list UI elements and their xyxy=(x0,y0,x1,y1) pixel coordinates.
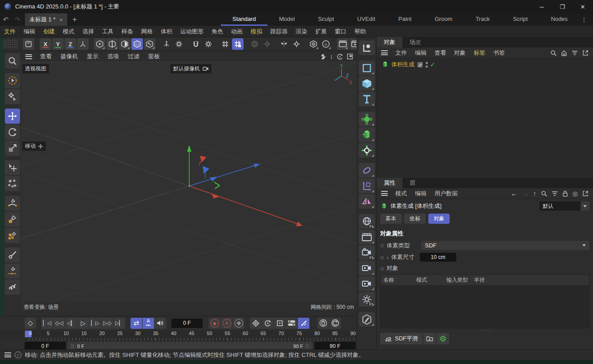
menu-volume[interactable]: 体积 xyxy=(157,28,176,36)
am-search-icon[interactable] xyxy=(541,190,547,197)
quantize-grid-icon[interactable] xyxy=(219,38,231,50)
om-menu-file[interactable]: 文件 xyxy=(391,49,411,57)
points-move-tool-icon[interactable] xyxy=(5,176,20,191)
redo-icon[interactable]: ↷ xyxy=(12,16,23,24)
layout-tab-nodes[interactable]: Nodes xyxy=(539,13,579,26)
axis-lock-z-button[interactable]: Z xyxy=(65,38,76,50)
symmetry-object-button[interactable] xyxy=(359,194,375,209)
loop-playback-icon[interactable]: ⇄ xyxy=(130,318,142,329)
menu-simulate[interactable]: 模拟 xyxy=(247,28,266,36)
auto-mode-icon[interactable]: A xyxy=(320,38,332,50)
menu-render[interactable]: 渲染 xyxy=(292,28,311,36)
motion-camera-button[interactable] xyxy=(359,261,375,275)
layout-tab-groom[interactable]: Groom xyxy=(423,13,464,26)
next-frame-icon[interactable]: ▏▷ xyxy=(89,318,101,329)
layout-tab-model[interactable]: Model xyxy=(268,13,306,26)
om-popout-icon[interactable] xyxy=(582,50,589,56)
menu-tracker[interactable]: 跟踪器 xyxy=(266,28,292,36)
om-home-icon[interactable] xyxy=(561,50,567,56)
voxel-type-dropdown[interactable]: SDF xyxy=(421,241,589,250)
zoom-tool-icon[interactable] xyxy=(5,53,20,69)
quantize-lock-grid-icon[interactable] xyxy=(232,38,244,50)
menu-help[interactable]: 帮助 xyxy=(350,28,370,36)
vp-menu-display[interactable]: 显示 xyxy=(82,53,103,61)
section-tab-coordinates[interactable]: 坐标 xyxy=(404,214,426,224)
generator-button[interactable] xyxy=(359,143,375,158)
key-diamond-icon[interactable]: ◇ xyxy=(380,266,384,271)
nav-back-icon[interactable]: ← xyxy=(511,190,517,197)
field-object-button[interactable] xyxy=(359,112,375,126)
col-radius[interactable]: 半径 xyxy=(474,276,485,284)
scale-tool-icon[interactable] xyxy=(5,141,20,156)
om-search-icon[interactable] xyxy=(550,50,556,56)
menu-animate[interactable]: 动画 xyxy=(227,28,247,36)
menu-edit[interactable]: 编辑 xyxy=(20,28,39,36)
pan-hand-icon[interactable] xyxy=(320,53,326,60)
objects-table-body[interactable] xyxy=(380,286,589,328)
key-scale-icon[interactable] xyxy=(274,318,285,329)
render-view-icon[interactable] xyxy=(337,38,349,50)
modeling-settings-gear-icon[interactable] xyxy=(261,38,273,50)
spline-object-button[interactable] xyxy=(359,61,375,75)
symmetry-mirror-icon[interactable] xyxy=(278,38,290,50)
deformer-button[interactable] xyxy=(359,163,375,178)
om-menu-view[interactable]: 查看 xyxy=(431,49,450,57)
layout-tab-paint[interactable]: Paint xyxy=(387,13,423,26)
nav-forward-icon[interactable]: → xyxy=(522,190,528,197)
volume-builder-button[interactable] xyxy=(359,127,375,142)
status-hamburger-icon[interactable] xyxy=(4,352,11,357)
key-rotation-icon[interactable] xyxy=(262,318,273,329)
play-icon[interactable]: ▷ xyxy=(77,318,89,329)
maximize-button[interactable]: ❐ xyxy=(552,0,573,13)
document-tab[interactable]: 未标题 1 * × xyxy=(25,13,67,26)
col-mode[interactable]: 模式 xyxy=(416,276,447,284)
current-frame-field[interactable]: 0 F xyxy=(171,319,203,328)
object-name[interactable]: 体积生成 xyxy=(391,61,414,69)
snap-settings-gear-icon[interactable] xyxy=(203,38,214,50)
key-parameters-icon[interactable] xyxy=(286,318,297,329)
preset-dropdown-arrow[interactable] xyxy=(581,202,589,210)
am-menu-userdata[interactable]: 用户数据 xyxy=(431,190,462,198)
rotate-tool-icon[interactable] xyxy=(5,125,20,140)
om-hamburger-icon[interactable] xyxy=(381,50,388,55)
nav-up-icon[interactable]: ↑ xyxy=(533,190,536,197)
menu-spline[interactable]: 样条 xyxy=(118,28,137,36)
menu-window[interactable]: 窗口 xyxy=(331,28,350,36)
om-menu-tags[interactable]: 标签 xyxy=(470,49,489,57)
am-lock-icon[interactable] xyxy=(562,190,568,197)
timeline-ruler[interactable]: 051015202530354045505560657075808590 xyxy=(0,331,357,340)
camera-crane-button[interactable] xyxy=(359,276,375,291)
camera-swap-icon[interactable] xyxy=(203,66,209,71)
spline-smooth-tool-icon[interactable] xyxy=(5,279,20,295)
om-menu-object[interactable]: 对象 xyxy=(450,49,470,57)
more-layouts-icon[interactable]: ⋮ xyxy=(579,16,593,23)
layout-tab-script[interactable]: Script xyxy=(501,13,539,26)
key-position-icon[interactable] xyxy=(250,318,261,329)
prev-key-icon[interactable]: ◇◁ xyxy=(53,318,65,329)
dolly-zoom-icon[interactable]: ↕ xyxy=(330,53,333,60)
polygon-pen-tool-icon[interactable] xyxy=(5,212,20,227)
snap-magnet-icon[interactable] xyxy=(190,38,202,50)
section-tab-object[interactable]: 对象 xyxy=(428,214,450,224)
viewport-canvas[interactable]: 透视视图 默认摄像机 移动 Y Z X 查看变换: 场景 网格间距 : 500 … xyxy=(21,62,357,312)
object-row-volume-builder[interactable]: 体积生成 ✓ xyxy=(377,58,593,69)
close-tab-icon[interactable]: × xyxy=(60,16,63,23)
section-tab-basic[interactable]: 基本 xyxy=(380,214,402,224)
edges-mode-icon[interactable] xyxy=(106,38,118,50)
playback-mouse-icon[interactable] xyxy=(317,318,329,329)
autokeying-icon[interactable]: A xyxy=(221,318,232,329)
vp-menu-panel[interactable]: 面板 xyxy=(144,53,164,61)
tweak-mode-icon[interactable] xyxy=(5,89,20,104)
key-pla-icon[interactable] xyxy=(298,318,309,329)
key-diamond-icon[interactable]: ◇ xyxy=(380,243,384,248)
menu-character[interactable]: 角色 xyxy=(207,28,227,36)
null-object-button[interactable] xyxy=(359,40,375,55)
am-target-icon[interactable]: ◎ xyxy=(573,190,578,197)
layout-tab-track[interactable]: Track xyxy=(464,13,501,26)
am-menu-edit[interactable]: 编辑 xyxy=(411,190,431,198)
stage-object-button[interactable] xyxy=(359,230,375,244)
knife-tool-icon[interactable] xyxy=(5,247,20,263)
menu-mograph[interactable]: 运动图形 xyxy=(176,28,207,36)
om-menu-edit[interactable]: 编辑 xyxy=(411,49,431,57)
workplane-settings-gear-icon[interactable] xyxy=(173,38,185,50)
